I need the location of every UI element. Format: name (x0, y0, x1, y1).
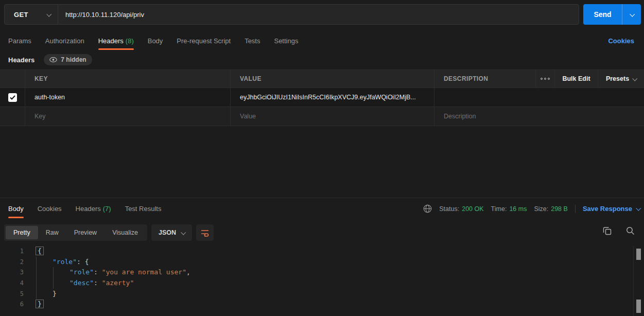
meta-separator (575, 205, 576, 213)
tab-settings[interactable]: Settings (274, 32, 298, 49)
code-line-text: "role": "you are normal user", (36, 267, 190, 278)
network-info-button[interactable] (423, 204, 432, 213)
time-badge: Time:16 ms (491, 205, 527, 213)
tab-authorization[interactable]: Authorization (45, 32, 84, 49)
view-mode-segmented-control: Pretty Raw Preview Visualize (4, 224, 147, 241)
code-line: 6} (0, 299, 633, 310)
code-line: 4"desc": "azerty" (0, 278, 633, 289)
header-value-cell[interactable]: eyJhbGciOiJIUzI1NiIsInR5cCI6IkpXVCJ9.eyJ… (230, 88, 434, 107)
more-options-button[interactable] (535, 70, 554, 87)
presets-dropdown[interactable]: Presets (598, 70, 644, 87)
indent-guide (53, 278, 54, 289)
code-token: : (94, 279, 102, 287)
headers-count: (8) (126, 37, 134, 45)
new-key-input[interactable]: Key (25, 107, 230, 126)
checkbox-column-header (0, 70, 25, 87)
wrap-text-button[interactable] (196, 224, 214, 241)
tab-headers[interactable]: Headers(8) (98, 32, 134, 49)
chevron-down-icon (46, 11, 51, 16)
tab-tests[interactable]: Tests (245, 32, 260, 49)
indent-guide (36, 257, 37, 268)
code-line-text: { (36, 246, 44, 257)
response-body-code: 1{2"role": {3"role": "you are normal use… (0, 246, 633, 316)
value-column-header: VALUE (230, 70, 434, 87)
row-checkbox[interactable] (8, 93, 17, 102)
code-line-text: } (36, 299, 44, 310)
line-number: 4 (0, 278, 25, 289)
line-number: 3 (0, 267, 25, 278)
format-dropdown[interactable]: JSON (151, 224, 192, 241)
scrollbar-thumb[interactable] (636, 249, 641, 260)
new-value-input[interactable]: Value (230, 107, 434, 126)
headers-table-header: KEY VALUE DESCRIPTION Bulk Edit Presets (0, 69, 644, 88)
cookies-link[interactable]: Cookies (608, 32, 634, 49)
indent-guide (36, 278, 37, 289)
header-description-cell[interactable] (434, 88, 644, 107)
code-token: , (186, 268, 190, 276)
indent-guide (36, 289, 37, 300)
indent-guide (53, 267, 54, 278)
line-number: 2 (0, 257, 25, 268)
code-line: 3"role": "you are normal user", (0, 267, 633, 278)
tab-params[interactable]: Params (8, 32, 31, 49)
headers-table: KEY VALUE DESCRIPTION Bulk Edit Presets … (0, 69, 644, 126)
headers-section-title: Headers (8, 56, 34, 64)
code-token: "desc" (69, 279, 94, 287)
key-column-header: KEY (25, 70, 230, 87)
hidden-headers-toggle[interactable]: 7 hidden (44, 54, 92, 65)
chevron-down-icon (636, 206, 641, 211)
fold-marker[interactable]: } (36, 300, 44, 308)
send-options-button[interactable] (622, 4, 641, 25)
row-checkbox-cell (0, 88, 25, 107)
postman-window: GET http://10.10.11.120/api/priv Send Pa… (0, 0, 644, 316)
row-checkbox-cell (0, 107, 25, 126)
view-tab-preview[interactable]: Preview (66, 226, 105, 239)
search-icon (626, 226, 635, 235)
eye-icon (49, 57, 57, 62)
save-response-button[interactable]: Save Response (583, 205, 640, 213)
headers-section-header: Headers 7 hidden (0, 52, 644, 67)
code-token: { (85, 258, 89, 266)
code-scrollbar[interactable] (633, 246, 644, 316)
code-token: : (77, 258, 85, 266)
view-tab-visualize[interactable]: Visualize (105, 226, 146, 239)
response-tab-cookies[interactable]: Cookies (38, 200, 62, 218)
indent-guide (36, 267, 37, 278)
method-dropdown[interactable]: GET (5, 5, 58, 24)
code-line-text: "role": { (36, 257, 89, 268)
response-tab-body[interactable]: Body (8, 200, 24, 218)
line-number: 6 (0, 299, 25, 310)
request-url-bar: GET http://10.10.11.120/api/priv (4, 4, 579, 25)
code-line-text: "desc": "azerty" (36, 278, 134, 289)
send-button[interactable]: Send (583, 4, 641, 25)
size-badge: Size:298 B (534, 205, 567, 213)
view-tab-pretty[interactable]: Pretty (6, 226, 38, 239)
bulk-edit-button[interactable]: Bulk Edit (554, 70, 598, 87)
response-tab-bar: Body Cookies Headers(7) Test Results (0, 200, 391, 218)
description-column-header: DESCRIPTION (434, 70, 535, 87)
send-button-label[interactable]: Send (583, 4, 622, 25)
copy-response-button[interactable] (603, 226, 612, 235)
code-token: } (53, 290, 57, 297)
code-line: 2"role": { (0, 257, 633, 268)
fold-marker[interactable]: { (36, 247, 44, 255)
tab-pre-request-script[interactable]: Pre-request Script (177, 32, 231, 49)
tab-body[interactable]: Body (148, 32, 163, 49)
scrollbar-thumb[interactable] (636, 300, 641, 313)
header-key-cell[interactable]: auth-token (25, 88, 230, 107)
code-token: "role" (69, 268, 94, 276)
method-label: GET (14, 11, 28, 19)
response-tab-test-results[interactable]: Test Results (125, 200, 162, 218)
hidden-headers-label: 7 hidden (61, 56, 86, 63)
view-tab-raw[interactable]: Raw (38, 226, 66, 239)
search-response-button[interactable] (626, 226, 635, 235)
response-tab-headers[interactable]: Headers(7) (76, 200, 111, 218)
line-number: 1 (0, 246, 25, 257)
new-description-input[interactable]: Description (434, 107, 644, 126)
code-token: "role" (53, 258, 77, 266)
url-input[interactable]: http://10.10.11.120/api/priv (58, 5, 579, 24)
code-token: "azerty" (102, 279, 134, 287)
chevron-down-icon (181, 230, 186, 235)
more-options-icon (541, 78, 550, 80)
code-token: "you are normal user" (102, 268, 186, 276)
